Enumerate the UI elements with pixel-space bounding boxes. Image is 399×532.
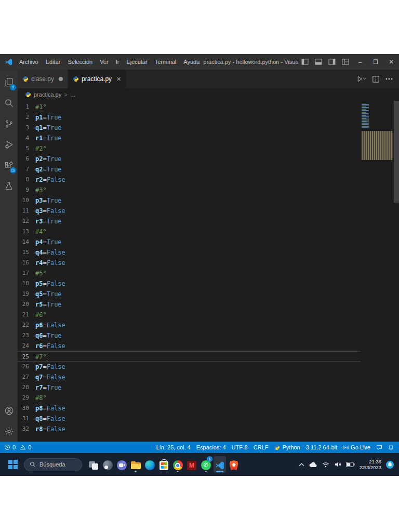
- taskbar-app-steam[interactable]: [101, 456, 114, 473]
- code-editor[interactable]: 1 #1° 2 p1=True 3 q1=True 4 r1=True 5 #2…: [18, 101, 399, 442]
- taskbar-app-chrome[interactable]: [171, 456, 184, 473]
- code-line[interactable]: 31 q8=False: [18, 414, 361, 424]
- toggle-panel-icon[interactable]: [312, 54, 325, 70]
- code-line[interactable]: 19 q5=True: [18, 289, 361, 299]
- code-line[interactable]: 30 p8=False: [18, 403, 361, 414]
- breadcrumb-more[interactable]: …: [70, 91, 76, 98]
- start-button[interactable]: [6, 458, 20, 471]
- code-area[interactable]: 1 #1° 2 p1=True 3 q1=True 4 r1=True 5 #2…: [18, 102, 361, 434]
- customize-layout-icon[interactable]: [339, 54, 352, 70]
- status-crlf[interactable]: CRLF: [254, 444, 269, 450]
- taskbar-search[interactable]: Búsqueda: [24, 458, 82, 471]
- volume-icon[interactable]: [334, 461, 341, 468]
- onedrive-cloud-icon[interactable]: [309, 462, 317, 468]
- code-line[interactable]: 18 p5=False: [18, 278, 361, 289]
- activity-account-icon[interactable]: [0, 400, 18, 421]
- scrollbar-slider[interactable]: [394, 101, 399, 203]
- minimap[interactable]: [362, 103, 393, 160]
- code-line[interactable]: 3 q1=True: [18, 123, 361, 133]
- taskbar-app-microsoft-store[interactable]: [157, 456, 170, 473]
- status-espacios-4[interactable]: Espacios: 4: [196, 444, 226, 450]
- code-line[interactable]: 13 #4°: [18, 227, 361, 237]
- code-line[interactable]: 15 q4=False: [18, 247, 361, 258]
- code-line[interactable]: 16 r4=False: [18, 258, 361, 268]
- code-line[interactable]: 12 r3=True: [18, 216, 361, 227]
- activity-settings-icon[interactable]: [0, 421, 18, 442]
- taskbar-app-red-shield-app[interactable]: M: [185, 456, 198, 473]
- status-utf-8[interactable]: UTF-8: [232, 444, 248, 450]
- code-line[interactable]: 25 #7°: [18, 351, 361, 362]
- breadcrumb[interactable]: practica.py > …: [18, 88, 399, 101]
- code-line[interactable]: 32 r8=False: [18, 424, 361, 434]
- battery-icon[interactable]: [346, 462, 355, 467]
- code-line[interactable]: 7 q2=True: [18, 164, 361, 175]
- code-line[interactable]: 22 p6=False: [18, 320, 361, 330]
- code-line[interactable]: 11 q3=False: [18, 206, 361, 216]
- status-3-11-2-64-bit[interactable]: 3.11.2 64-bit: [306, 444, 337, 450]
- taskbar-app-whatsapp[interactable]: ✆ 1: [200, 456, 212, 473]
- notifications-badge[interactable]: [386, 461, 394, 469]
- more-actions-button[interactable]: [383, 73, 395, 85]
- code-line[interactable]: 8 r2=False: [18, 175, 361, 185]
- taskbar-app-task-view[interactable]: [87, 456, 100, 473]
- activity-source-control-icon[interactable]: [0, 113, 18, 134]
- taskbar-app-teams-chat[interactable]: [115, 456, 128, 473]
- code-line[interactable]: 5 #2°: [18, 143, 361, 154]
- code-line[interactable]: 1 #1°: [18, 102, 361, 112]
- split-editor-button[interactable]: [370, 73, 381, 85]
- code-line[interactable]: 29 #8°: [18, 393, 361, 403]
- bell-icon[interactable]: [388, 444, 394, 450]
- activity-extensions-icon[interactable]: ◷: [0, 155, 18, 176]
- status-l-n-25-col-4[interactable]: Lín. 25, col. 4: [156, 444, 191, 450]
- code-line[interactable]: 14 p4=True: [18, 237, 361, 247]
- activity-explorer-icon[interactable]: 1: [0, 72, 18, 92]
- taskbar-app-edge[interactable]: [143, 456, 156, 473]
- toggle-sidebar-icon[interactable]: [298, 54, 312, 70]
- close-button[interactable]: ✕: [383, 54, 399, 70]
- wifi-icon[interactable]: [322, 462, 329, 468]
- code-line[interactable]: 9 #3°: [18, 185, 361, 195]
- code-line[interactable]: 26 p7=False: [18, 362, 361, 372]
- tab-practica.py[interactable]: practica.py ✕: [68, 70, 126, 88]
- code-line[interactable]: 20 r5=True: [18, 299, 361, 310]
- status-go-live[interactable]: Go Live: [343, 444, 370, 450]
- restore-button[interactable]: ❐: [368, 54, 383, 70]
- activity-run-debug-icon[interactable]: [0, 134, 18, 155]
- code-line[interactable]: 28 r7=True: [18, 382, 361, 393]
- menu-item-terminal[interactable]: Terminal: [151, 59, 180, 65]
- menu-item-editar[interactable]: Editar: [42, 59, 64, 65]
- code-line[interactable]: 17 #5°: [18, 268, 361, 278]
- minimize-button[interactable]: –: [352, 54, 368, 70]
- chevron-up-icon[interactable]: [299, 463, 304, 467]
- menu-item-selección[interactable]: Selección: [64, 59, 96, 65]
- run-button[interactable]: [356, 73, 368, 85]
- status-python[interactable]: Python: [274, 444, 300, 450]
- code-line[interactable]: 2 p1=True: [18, 112, 361, 123]
- toggle-secondary-sidebar-icon[interactable]: [325, 54, 339, 70]
- menu-item-ejecutar[interactable]: Ejecutar: [123, 59, 151, 65]
- menu-item-archivo[interactable]: Archivo: [16, 59, 42, 65]
- activity-search-icon[interactable]: [0, 92, 18, 113]
- code-line[interactable]: 24 r6=False: [18, 341, 361, 351]
- problems-indicator[interactable]: 0 0: [4, 444, 31, 450]
- taskbar-clock[interactable]: 21:36 22/3/2023: [360, 459, 381, 470]
- feedback-icon[interactable]: [376, 444, 382, 450]
- modified-dot-icon[interactable]: [59, 77, 63, 81]
- code-line[interactable]: 23 q6=True: [18, 330, 361, 341]
- code-line[interactable]: 27 q7=False: [18, 372, 361, 382]
- scrollbar[interactable]: [394, 101, 399, 442]
- menu-item-ayuda[interactable]: Ayuda: [180, 59, 203, 65]
- code-line[interactable]: 21 #6°: [18, 310, 361, 320]
- breadcrumb-file[interactable]: practica.py: [34, 91, 61, 98]
- tab-clase.py[interactable]: clase.py: [18, 70, 68, 88]
- code-line[interactable]: 4 r1=True: [18, 133, 361, 143]
- taskbar-app-brave[interactable]: [228, 456, 240, 473]
- menu-item-ir[interactable]: Ir: [112, 59, 123, 65]
- code-line[interactable]: 10 p3=True: [18, 195, 361, 206]
- taskbar-app-file-explorer[interactable]: [129, 456, 142, 473]
- code-line[interactable]: 6 p2=True: [18, 154, 361, 164]
- activity-testing-icon[interactable]: [0, 176, 18, 196]
- close-tab-icon[interactable]: ✕: [116, 76, 121, 83]
- menu-item-ver[interactable]: Ver: [96, 59, 112, 65]
- taskbar-app-vscode[interactable]: [214, 456, 226, 473]
